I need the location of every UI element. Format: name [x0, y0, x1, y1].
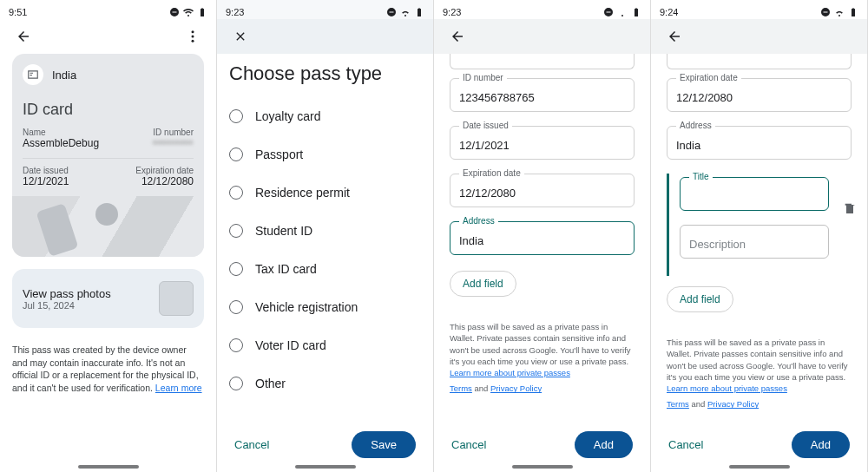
back-button[interactable]: [10, 23, 36, 49]
pass-type-option-other[interactable]: Other: [229, 364, 421, 403]
card-art: [12, 196, 204, 257]
pass-type-option-tax-id-card[interactable]: Tax ID card: [229, 250, 421, 288]
option-label: Other: [255, 377, 286, 390]
privacy-link[interactable]: Privacy Policy: [490, 384, 542, 393]
learn-private-link[interactable]: Learn more about private passes: [667, 384, 787, 393]
card-title: ID card: [23, 101, 194, 119]
status-icons: [386, 7, 424, 17]
add-field-button[interactable]: Add field: [450, 271, 516, 297]
pass-type-option-voter-id-card[interactable]: Voter ID card: [229, 326, 421, 364]
app-bar: [434, 19, 650, 54]
idnumber-value: •••••••••: [153, 137, 194, 149]
nav-handle[interactable]: [295, 465, 356, 469]
private-pass-notice: This pass will be saved as a private pas…: [450, 321, 635, 378]
disclaimer-text: This pass was created by the device owne…: [12, 344, 204, 395]
close-button[interactable]: [227, 23, 253, 49]
clock: 9:23: [226, 7, 244, 17]
radio-icon: [229, 224, 243, 238]
add-button[interactable]: Add: [792, 431, 850, 458]
more-vert-icon: [185, 29, 201, 44]
cancel-button[interactable]: Cancel: [234, 438, 269, 451]
battery-icon: [414, 7, 424, 17]
status-icons: [169, 7, 207, 17]
cancel-button[interactable]: Cancel: [451, 438, 486, 451]
expiration-label: Expiration date: [135, 166, 194, 175]
back-button[interactable]: [661, 23, 687, 49]
wifi-icon: [617, 7, 628, 17]
view-photos-card[interactable]: View pass photos Jul 15, 2024: [12, 269, 204, 328]
status-icons: [603, 7, 641, 17]
learn-private-link[interactable]: Learn more about private passes: [450, 368, 570, 377]
option-label: Voter ID card: [255, 338, 326, 352]
nav-handle[interactable]: [78, 465, 139, 469]
photo-thumbnail: [159, 281, 194, 316]
legal-links: Terms and Privacy Policy: [667, 399, 852, 409]
pass-type-option-passport[interactable]: Passport: [229, 135, 421, 174]
svg-point-2: [192, 40, 194, 43]
arrow-back-icon: [450, 29, 465, 44]
option-label: Residence permit: [255, 186, 350, 200]
option-label: Loyalty card: [255, 109, 320, 123]
wifi-icon: [400, 7, 411, 17]
app-bar: [217, 19, 433, 54]
learn-more-link[interactable]: Learn more: [155, 383, 202, 393]
id-card[interactable]: India ID card Name AssembleDebug ID numb…: [12, 54, 204, 257]
clock: 9:51: [9, 7, 27, 17]
name-value: AssembleDebug: [23, 137, 99, 149]
back-button[interactable]: [444, 23, 470, 49]
clock: 9:24: [660, 7, 678, 17]
wifi-icon: [183, 7, 194, 17]
expiration-value: 12/12/2080: [135, 175, 194, 187]
dnd-icon: [603, 7, 614, 17]
view-photos-date: Jul 15, 2024: [23, 300, 111, 311]
expiration-field[interactable]: Expiration date 12/12/2080: [667, 78, 852, 112]
wifi-icon: [834, 7, 845, 17]
pass-type-option-residence-permit[interactable]: Residence permit: [229, 174, 421, 212]
svg-point-0: [192, 30, 194, 33]
date-issued-field[interactable]: Date issued 12/1/2021: [450, 126, 635, 160]
delete-custom-field-button[interactable]: [843, 201, 857, 219]
status-bar: 9:23: [434, 0, 650, 19]
privacy-link[interactable]: Privacy Policy: [707, 399, 759, 409]
partial-field: [667, 54, 852, 69]
radio-icon: [229, 300, 243, 314]
cancel-button[interactable]: Cancel: [668, 438, 703, 451]
save-button[interactable]: Save: [352, 431, 416, 458]
pass-type-option-loyalty-card[interactable]: Loyalty card: [229, 97, 421, 135]
country-label: India: [52, 69, 76, 82]
issued-label: Date issued: [23, 166, 69, 175]
address-field[interactable]: Address India: [450, 221, 635, 255]
terms-link[interactable]: Terms: [667, 399, 689, 409]
status-bar: 9:23: [217, 0, 433, 19]
nav-handle[interactable]: [512, 465, 573, 469]
partial-field: [450, 54, 635, 69]
custom-title-field[interactable]: Title: [680, 177, 829, 211]
nav-handle[interactable]: [729, 465, 790, 469]
battery-icon: [197, 7, 207, 17]
pass-type-option-vehicle-registration[interactable]: Vehicle registration: [229, 288, 421, 326]
dnd-icon: [386, 7, 397, 17]
address-field[interactable]: Address India: [667, 126, 852, 160]
terms-link[interactable]: Terms: [450, 384, 472, 393]
battery-icon: [848, 7, 858, 17]
button-bar: Cancel Add: [434, 431, 650, 458]
pass-type-option-student-id[interactable]: Student ID: [229, 212, 421, 250]
idnumber-label: ID number: [153, 128, 194, 137]
issued-value: 12/1/2021: [23, 175, 69, 187]
app-bar: [651, 19, 867, 54]
overflow-button[interactable]: [180, 23, 206, 49]
dnd-icon: [820, 7, 831, 17]
add-button[interactable]: Add: [575, 431, 633, 458]
button-bar: Cancel Add: [651, 431, 867, 458]
expiration-field[interactable]: Expiration date 12/12/2080: [450, 174, 635, 207]
private-pass-notice: This pass will be saved as a private pas…: [667, 337, 852, 394]
battery-icon: [631, 7, 641, 17]
idnumber-field[interactable]: ID number 123456788765: [450, 78, 635, 112]
legal-links: Terms and Privacy Policy: [450, 384, 635, 393]
button-bar: Cancel Save: [217, 431, 433, 458]
status-icons: [820, 7, 858, 17]
custom-field-group: Title Description: [667, 174, 855, 276]
close-icon: [233, 30, 247, 43]
add-field-button[interactable]: Add field: [667, 286, 733, 312]
custom-description-field[interactable]: Description: [680, 225, 829, 259]
